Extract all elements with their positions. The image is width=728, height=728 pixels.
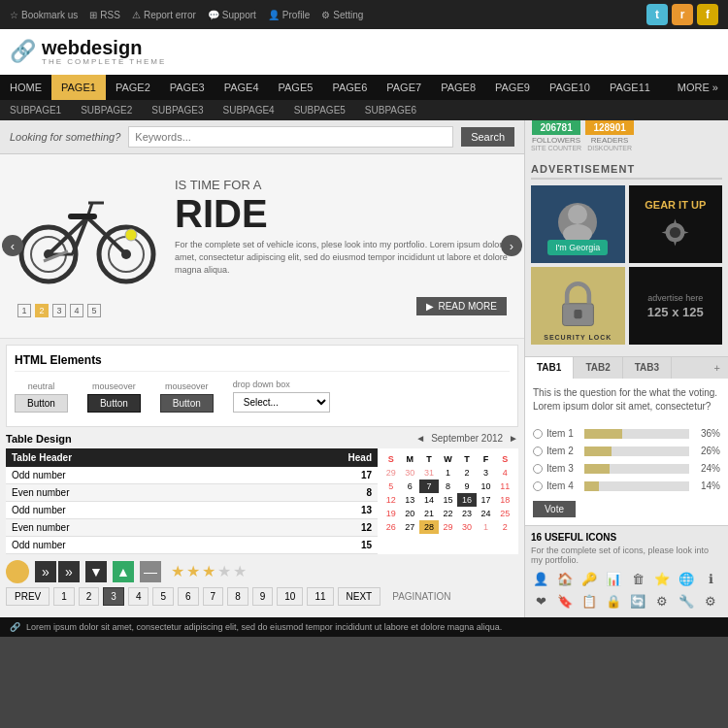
nav-page11[interactable]: PAGE11	[600, 75, 660, 100]
tab3-btn[interactable]: TAB3	[623, 357, 672, 379]
poll-radio-3[interactable]	[533, 464, 543, 474]
cal-cell[interactable]: 17	[477, 493, 496, 507]
tab1-btn[interactable]: TAB1	[525, 357, 574, 379]
nav-page2[interactable]: PAGE2	[106, 75, 160, 100]
cal-cell[interactable]: 1	[439, 466, 458, 480]
cal-cell[interactable]: 14	[419, 493, 439, 507]
page-8-btn[interactable]: 8	[227, 587, 248, 606]
cal-cell[interactable]: 23	[457, 507, 477, 520]
subnav-5[interactable]: SUBPAGE5	[284, 100, 355, 120]
next-month-btn[interactable]: ►	[509, 433, 518, 444]
vote-btn[interactable]: Vote	[533, 501, 576, 517]
icon-trash[interactable]: 🗑	[628, 570, 647, 589]
page-10-btn[interactable]: 10	[277, 587, 303, 606]
cal-cell[interactable]: 26	[381, 520, 401, 534]
slider-dot-1[interactable]: 1	[17, 304, 31, 317]
cal-cell[interactable]: 2	[457, 466, 477, 480]
read-more-btn[interactable]: ▶ READ MORE	[416, 297, 507, 315]
cal-cell[interactable]: 27	[401, 520, 420, 534]
cal-cell[interactable]: 4	[495, 466, 514, 480]
icon-heart[interactable]: ❤	[531, 592, 550, 612]
page-6-btn[interactable]: 6	[178, 587, 199, 606]
cal-cell[interactable]: 13	[401, 493, 420, 507]
nav-page7[interactable]: PAGE7	[377, 75, 431, 100]
im-georgia-btn[interactable]: I'm Georgia	[547, 240, 608, 255]
slider-prev-btn[interactable]: ‹	[2, 235, 23, 256]
icon-info[interactable]: ℹ	[701, 570, 720, 589]
setting-link[interactable]: ⚙ Setting	[321, 10, 363, 20]
nav-page6[interactable]: PAGE6	[322, 75, 377, 100]
profile-link[interactable]: 👤 Profile	[268, 10, 310, 20]
cal-cell[interactable]: 15	[439, 493, 458, 507]
icon-lock[interactable]: 🔒	[604, 592, 623, 612]
nav-page10[interactable]: PAGE10	[540, 75, 600, 100]
poll-radio-1[interactable]	[533, 429, 543, 439]
cal-cell[interactable]: 31	[419, 466, 439, 480]
rss-btn[interactable]: r	[672, 4, 693, 25]
cal-cell[interactable]: 7	[419, 480, 439, 493]
slider-dot-4[interactable]: 4	[70, 304, 83, 317]
cal-cell-selected[interactable]: 28	[419, 520, 439, 534]
icon-user[interactable]: 👤	[531, 570, 550, 589]
cal-cell[interactable]: 8	[439, 480, 458, 493]
neutral-btn[interactable]: Button	[15, 394, 68, 413]
mouseover1-btn[interactable]: Button	[87, 394, 141, 413]
nav-page3[interactable]: PAGE3	[160, 75, 215, 100]
page-4-btn[interactable]: 4	[128, 587, 149, 606]
cal-cell[interactable]: 29	[381, 466, 401, 480]
page-2-btn[interactable]: 2	[79, 587, 100, 606]
report-link[interactable]: ⚠ Report error	[132, 10, 196, 20]
page-9-btn[interactable]: 9	[252, 587, 274, 606]
subnav-2[interactable]: SUBPAGE2	[71, 100, 142, 120]
search-button[interactable]: Search	[461, 127, 514, 147]
prev-month-btn[interactable]: ◄	[415, 433, 425, 444]
cal-cell[interactable]: 21	[419, 507, 439, 520]
nav-page5[interactable]: PAGE5	[269, 75, 323, 100]
poll-radio-4[interactable]	[533, 481, 543, 491]
slider-dot-5[interactable]: 5	[87, 304, 101, 317]
cal-cell[interactable]: 19	[381, 507, 401, 520]
nav-more[interactable]: MORE »	[668, 75, 728, 100]
subnav-4[interactable]: SUBPAGE4	[214, 100, 284, 120]
slider-dot-2[interactable]: 2	[35, 304, 49, 317]
cal-cell[interactable]: 22	[439, 507, 458, 520]
icon-home[interactable]: 🏠	[555, 570, 575, 589]
next-btn[interactable]: NEXT	[338, 587, 381, 606]
subnav-3[interactable]: SUBPAGE3	[142, 100, 213, 120]
slider-dot-3[interactable]: 3	[52, 304, 66, 317]
cal-cell[interactable]: 9	[457, 480, 477, 493]
cal-cell[interactable]: 20	[401, 507, 420, 520]
icon-clipboard[interactable]: 📋	[579, 592, 599, 612]
tab2-btn[interactable]: TAB2	[574, 357, 622, 379]
cal-cell[interactable]: 11	[495, 480, 514, 493]
icon-bookmark[interactable]: 🔖	[555, 592, 575, 612]
page-1-btn[interactable]: 1	[53, 587, 75, 606]
nav-page4[interactable]: PAGE4	[215, 75, 269, 100]
icon-chart[interactable]: 📊	[604, 570, 623, 589]
cal-cell[interactable]: 10	[477, 480, 496, 493]
cal-cell-today[interactable]: 16	[457, 493, 477, 507]
dropdown-select[interactable]: Select...	[233, 392, 330, 413]
prev-btn[interactable]: PREV	[6, 587, 50, 606]
nav-page1[interactable]: PAGE1	[51, 75, 106, 100]
cal-cell[interactable]: 5	[381, 480, 401, 493]
cal-cell[interactable]: 2	[495, 520, 514, 534]
cal-cell[interactable]: 29	[439, 520, 458, 534]
poll-radio-2[interactable]	[533, 447, 543, 456]
support-link[interactable]: 💬 Support	[208, 10, 256, 20]
twitter-btn[interactable]: t	[646, 4, 668, 25]
slider-next-btn[interactable]: ›	[501, 235, 522, 256]
tab-plus-btn[interactable]: +	[707, 357, 728, 379]
icon-refresh[interactable]: 🔄	[628, 592, 647, 612]
page-3-btn[interactable]: 3	[103, 587, 124, 606]
cal-cell[interactable]: 30	[457, 520, 477, 534]
cal-cell[interactable]: 18	[495, 493, 514, 507]
mouseover2-btn[interactable]: Button	[160, 394, 214, 413]
cal-cell[interactable]: 30	[401, 466, 420, 480]
cal-cell[interactable]: 24	[477, 507, 496, 520]
cal-cell[interactable]: 25	[495, 507, 514, 520]
subnav-1[interactable]: SUBPAGE1	[0, 100, 71, 120]
page-11-btn[interactable]: 11	[307, 587, 333, 606]
icon-settings[interactable]: ⚙	[701, 592, 720, 612]
nav-page9[interactable]: PAGE9	[485, 75, 540, 100]
